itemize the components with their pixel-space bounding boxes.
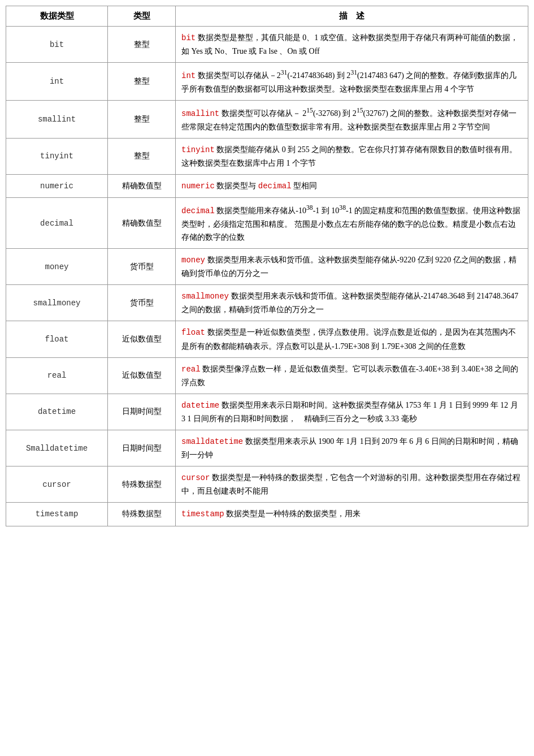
- cell-category: 特殊数据型: [108, 466, 176, 503]
- table-row: cursor特殊数据型cursor 数据类型是一种特殊的数据类型，它包含一个对游…: [6, 466, 528, 503]
- cell-category: 整型: [108, 27, 176, 63]
- cell-description: datetime 数据类型用来表示日期和时间。这种数据类型存储从 1753 年 …: [176, 394, 528, 430]
- table-row: datetime日期时间型datetime 数据类型用来表示日期和时间。这种数据…: [6, 394, 528, 430]
- cell-category: 近似数值型: [108, 357, 176, 394]
- cell-datatype: decimal: [6, 198, 108, 249]
- cell-datatype: datetime: [6, 394, 108, 430]
- cell-datatype: float: [6, 321, 108, 357]
- cell-datatype: tinyint: [6, 138, 108, 174]
- cell-datatype: money: [6, 249, 108, 285]
- col-header-datatype: 数据类型: [6, 6, 108, 27]
- cell-category: 整型: [108, 101, 176, 139]
- table-row: smallint整型smallint 数据类型可以存储从－ 215(-32768…: [6, 101, 528, 139]
- cell-datatype: Smalldatetime: [6, 430, 108, 466]
- table-row: numeric精确数值型numeric 数据类型与 decimal 型相同: [6, 175, 528, 198]
- data-types-table: 数据类型 类型 描 述 bit整型bit 数据类型是整型，其值只能是 0、1 或…: [6, 6, 528, 526]
- cell-category: 整型: [108, 63, 176, 101]
- table-row: Smalldatetime日期时间型smalldatetime 数据类型用来表示…: [6, 430, 528, 466]
- cell-category: 货币型: [108, 249, 176, 285]
- cell-datatype: real: [6, 357, 108, 394]
- cell-description: bit 数据类型是整型，其值只能是 0、1 或空值。这种数据类型用于存储只有两种…: [176, 27, 528, 63]
- table-row: timestamp特殊数据型timestamp 数据类型是一种特殊的数据类型，用…: [6, 503, 528, 526]
- cell-description: tinyint 数据类型能存储从 0 到 255 之间的整数。它在你只打算存储有…: [176, 138, 528, 174]
- cell-description: smalldatetime 数据类型用来表示从 1900 年 1月 1日到 20…: [176, 430, 528, 466]
- cell-datatype: cursor: [6, 466, 108, 503]
- cell-category: 精确数值型: [108, 175, 176, 198]
- cell-description: cursor 数据类型是一种特殊的数据类型，它包含一个对游标的引用。这种数据类型…: [176, 466, 528, 503]
- cell-datatype: int: [6, 63, 108, 101]
- cell-datatype: smallint: [6, 101, 108, 139]
- cell-description: int 数据类型可以存储从－231(-2147483648) 到 231(214…: [176, 63, 528, 101]
- col-header-desc: 描 述: [176, 6, 528, 27]
- cell-category: 日期时间型: [108, 394, 176, 430]
- cell-datatype: smallmoney: [6, 285, 108, 321]
- table-row: real近似数值型real 数据类型像浮点数一样，是近似数值类型。它可以表示数值…: [6, 357, 528, 394]
- cell-category: 整型: [108, 138, 176, 174]
- table-row: float近似数值型float 数据类型是一种近似数值类型，供浮点数使用。说浮点…: [6, 321, 528, 357]
- cell-category: 货币型: [108, 285, 176, 321]
- cell-category: 近似数值型: [108, 321, 176, 357]
- table-row: int整型int 数据类型可以存储从－231(-2147483648) 到 23…: [6, 63, 528, 101]
- cell-description: float 数据类型是一种近似数值类型，供浮点数使用。说浮点数是近似的，是因为在…: [176, 321, 528, 357]
- cell-category: 特殊数据型: [108, 503, 176, 526]
- cell-description: decimal 数据类型能用来存储从-1038-1 到 1038-1 的固定精度…: [176, 198, 528, 249]
- table-row: tinyint整型tinyint 数据类型能存储从 0 到 255 之间的整数。…: [6, 138, 528, 174]
- table-row: smallmoney货币型smallmoney 数据类型用来表示钱和货币值。这种…: [6, 285, 528, 321]
- table-row: money货币型money 数据类型用来表示钱和货币值。这种数据类型能存储从-9…: [6, 249, 528, 285]
- cell-datatype: numeric: [6, 175, 108, 198]
- cell-description: smallint 数据类型可以存储从－ 215(-32768) 到 215(32…: [176, 101, 528, 139]
- table-header-row: 数据类型 类型 描 述: [6, 6, 528, 27]
- cell-category: 日期时间型: [108, 430, 176, 466]
- col-header-category: 类型: [108, 6, 176, 27]
- cell-description: smallmoney 数据类型用来表示钱和货币值。这种数据类型能存储从-2147…: [176, 285, 528, 321]
- cell-description: money 数据类型用来表示钱和货币值。这种数据类型能存储从-9220 亿到 9…: [176, 249, 528, 285]
- cell-description: real 数据类型像浮点数一样，是近似数值类型。它可以表示数值在-3.40E+3…: [176, 357, 528, 394]
- cell-description: timestamp 数据类型是一种特殊的数据类型，用来: [176, 503, 528, 526]
- table-row: decimal精确数值型decimal 数据类型能用来存储从-1038-1 到 …: [6, 198, 528, 249]
- cell-description: numeric 数据类型与 decimal 型相同: [176, 175, 528, 198]
- cell-datatype: timestamp: [6, 503, 108, 526]
- table-row: bit整型bit 数据类型是整型，其值只能是 0、1 或空值。这种数据类型用于存…: [6, 27, 528, 63]
- cell-datatype: bit: [6, 27, 108, 63]
- cell-category: 精确数值型: [108, 198, 176, 249]
